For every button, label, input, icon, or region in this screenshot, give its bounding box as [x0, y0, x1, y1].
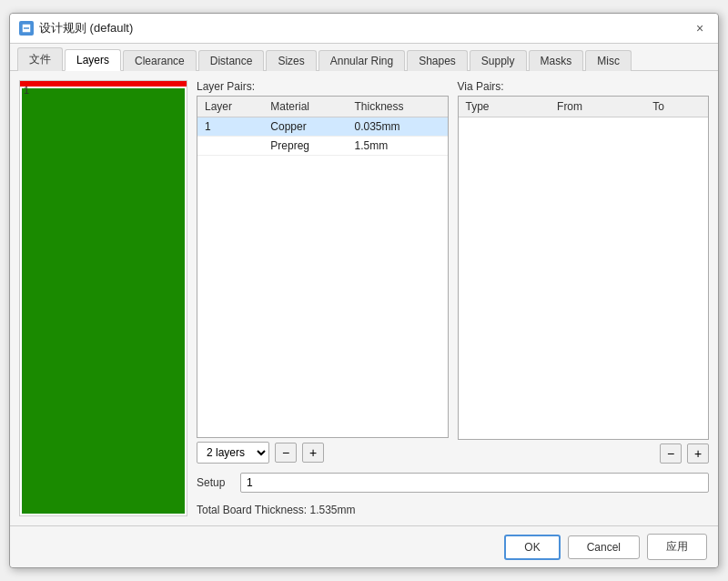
layer-pairs-controls: 2 layers 4 layers 6 layers − + [197, 442, 449, 464]
title-bar-left: 设计规则 (default) [19, 20, 133, 36]
cell-thickness: 0.035mm [348, 117, 448, 137]
cancel-button[interactable]: Cancel [568, 535, 640, 559]
col-material: Material [263, 97, 347, 117]
apply-button[interactable]: 应用 [647, 534, 707, 560]
layer-number: 1 [24, 85, 29, 96]
layer-plus-button[interactable]: + [302, 443, 324, 463]
via-pairs-controls: − + [458, 443, 710, 464]
cell-layer [197, 137, 263, 156]
tab-file[interactable]: 文件 [17, 47, 63, 71]
col-type: Type [459, 97, 551, 117]
title-bar: 设计规则 (default) × [10, 14, 718, 44]
layer-preview: 1 [19, 80, 187, 516]
tab-shapes[interactable]: Shapes [407, 50, 468, 71]
layer-minus-button[interactable]: − [275, 443, 297, 463]
via-pairs-label: Via Pairs: [458, 80, 710, 93]
cell-material: Copper [263, 117, 347, 137]
setup-input[interactable] [240, 473, 709, 493]
right-panel: Layer Pairs: Layer Material Thickness [197, 80, 709, 516]
via-pairs-section: Via Pairs: Type From To [458, 80, 710, 464]
table-row[interactable]: 1 Copper 0.035mm [197, 117, 448, 137]
cell-material: Prepreg [263, 137, 347, 156]
layer-pairs-label: Layer Pairs: [197, 80, 449, 93]
dialog-title: 设计规则 (default) [39, 20, 133, 36]
tab-misc[interactable]: Misc [585, 50, 632, 71]
layer-count-select[interactable]: 2 layers 4 layers 6 layers [197, 442, 269, 464]
tab-masks[interactable]: Masks [529, 50, 584, 71]
close-button[interactable]: × [691, 19, 709, 37]
setup-row: Setup [197, 473, 709, 493]
tab-clearance[interactable]: Clearance [123, 50, 197, 71]
tab-supply[interactable]: Supply [470, 50, 527, 71]
col-layer: Layer [197, 97, 263, 117]
ok-button[interactable]: OK [504, 535, 560, 560]
via-pairs-table: Type From To [458, 96, 710, 440]
bottom-buttons: OK Cancel 应用 [10, 525, 718, 567]
tab-annular-ring[interactable]: Annular Ring [318, 50, 405, 71]
col-thickness: Thickness [348, 97, 448, 117]
layer-pairs-table: Layer Material Thickness 1 Copper 0.035m… [197, 96, 449, 438]
total-thickness-value: 1.535mm [310, 504, 356, 516]
col-from: From [550, 97, 645, 117]
via-minus-button[interactable]: − [660, 443, 682, 464]
total-thickness-label: Total Board Thickness: [197, 504, 307, 516]
setup-label: Setup [197, 476, 233, 489]
via-plus-button[interactable]: + [687, 443, 709, 464]
cell-thickness: 1.5mm [348, 137, 448, 156]
tabs-bar: 文件 Layers Clearance Distance Sizes Annul… [10, 44, 718, 71]
total-thickness-row: Total Board Thickness: 1.535mm [197, 504, 709, 516]
dialog-window: 设计规则 (default) × 文件 Layers Clearance Dis… [9, 13, 719, 568]
content-area: 1 Layer Pairs: Layer Material [10, 71, 718, 525]
tab-distance[interactable]: Distance [198, 50, 265, 71]
tab-layers[interactable]: Layers [65, 49, 121, 71]
layer-pairs-section: Layer Pairs: Layer Material Thickness [197, 80, 449, 464]
table-row[interactable]: Prepreg 1.5mm [197, 137, 448, 156]
layer-red-bar [20, 81, 187, 87]
tab-sizes[interactable]: Sizes [266, 50, 316, 71]
tables-row: Layer Pairs: Layer Material Thickness [197, 80, 709, 464]
layer-green-area [22, 88, 185, 514]
col-to: To [645, 97, 708, 117]
cell-layer: 1 [197, 117, 263, 137]
app-icon [19, 21, 34, 36]
